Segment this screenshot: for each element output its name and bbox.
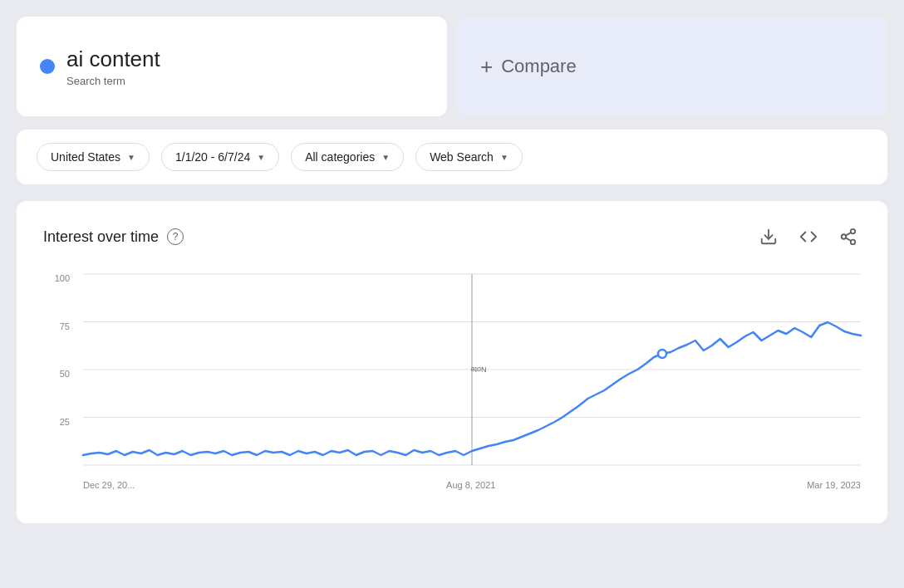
- categories-filter[interactable]: All categories ▼: [291, 143, 404, 171]
- search-term-title: ai content: [66, 46, 160, 74]
- chart-inner: Note: [83, 274, 861, 465]
- svg-line-5: [846, 233, 851, 236]
- compare-label: Compare: [501, 56, 576, 77]
- download-button[interactable]: [756, 224, 781, 249]
- search-term-subtitle: Search term: [66, 75, 160, 87]
- embed-icon: [799, 228, 818, 246]
- search-term-text: ai content Search term: [66, 46, 160, 88]
- search-term-card: ai content Search term: [17, 17, 447, 116]
- top-section: ai content Search term + Compare: [17, 17, 887, 116]
- svg-point-13: [658, 350, 666, 358]
- x-label-start: Dec 29, 20...: [83, 480, 135, 490]
- region-chevron-icon: ▼: [127, 153, 135, 162]
- filters-bar: United States ▼ 1/1/20 - 6/7/24 ▼ All ca…: [17, 130, 887, 184]
- x-axis-labels: Dec 29, 20... Aug 8, 2021 Mar 19, 2023: [83, 470, 861, 490]
- chart-svg: Note: [83, 274, 861, 465]
- y-axis-labels: 100 75 50 25: [43, 274, 76, 465]
- categories-label: All categories: [305, 150, 375, 164]
- share-icon: [839, 228, 857, 246]
- search-dot: [40, 59, 55, 74]
- chart-title: Interest over time: [43, 228, 159, 246]
- y-label-25: 25: [60, 418, 70, 427]
- search-type-chevron-icon: ▼: [500, 153, 508, 162]
- embed-button[interactable]: [796, 224, 821, 249]
- chart-actions: [756, 224, 861, 249]
- compare-card[interactable]: + Compare: [457, 17, 887, 116]
- compare-plus-icon: +: [480, 56, 493, 77]
- download-icon: [759, 228, 778, 246]
- date-range-filter[interactable]: 1/1/20 - 6/7/24 ▼: [161, 143, 279, 171]
- chart-header: Interest over time ?: [43, 224, 861, 249]
- chart-card: Interest over time ?: [17, 201, 887, 523]
- date-range-label: 1/1/20 - 6/7/24: [175, 150, 250, 164]
- y-label-50: 50: [60, 370, 70, 379]
- date-chevron-icon: ▼: [257, 153, 265, 162]
- help-icon[interactable]: ?: [167, 228, 184, 245]
- chart-area: 100 75 50 25 Note: [43, 274, 861, 490]
- x-label-end: Mar 19, 2023: [807, 480, 861, 490]
- region-label: United States: [51, 150, 120, 164]
- search-type-label: Web Search: [430, 150, 494, 164]
- y-label-100: 100: [55, 274, 70, 283]
- x-label-mid: Aug 8, 2021: [446, 480, 495, 490]
- svg-line-4: [846, 238, 851, 241]
- region-filter[interactable]: United States ▼: [37, 143, 150, 171]
- svg-text:Note: Note: [471, 365, 487, 374]
- search-type-filter[interactable]: Web Search ▼: [415, 143, 523, 171]
- chart-title-row: Interest over time ?: [43, 228, 184, 246]
- categories-chevron-icon: ▼: [381, 153, 390, 162]
- share-button[interactable]: [836, 224, 861, 249]
- y-label-75: 75: [60, 322, 70, 331]
